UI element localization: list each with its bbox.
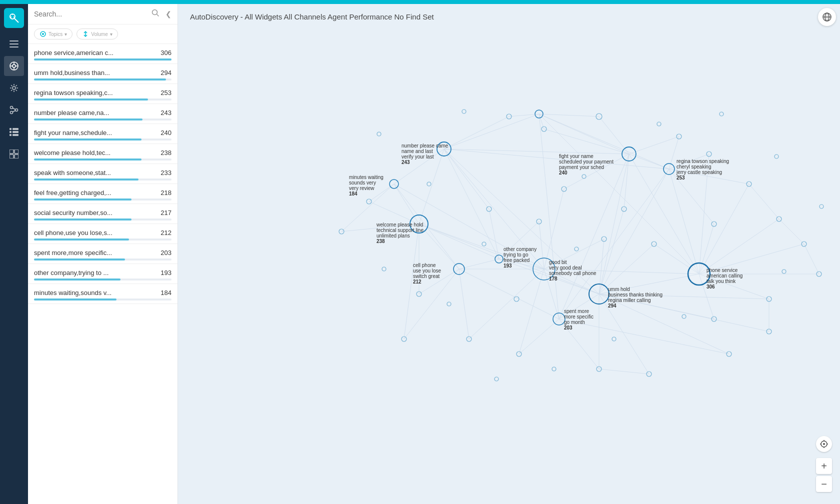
topic-name: feel free,getting charged,... bbox=[34, 189, 112, 196]
sidebar-item-dashboard[interactable] bbox=[4, 144, 24, 164]
topic-bar-bg bbox=[34, 298, 172, 300]
sidebar-item-settings[interactable] bbox=[4, 78, 24, 98]
topic-list-item[interactable]: social security number,so... 217 bbox=[28, 204, 178, 224]
svg-point-13 bbox=[10, 106, 13, 109]
topic-bar-bg bbox=[34, 238, 172, 240]
topic-bar-bg bbox=[34, 178, 172, 180]
zoom-out-button[interactable]: − bbox=[816, 476, 832, 492]
search-bar: ❮ bbox=[28, 4, 178, 24]
topic-name: minutes waiting,sounds v... bbox=[34, 289, 112, 296]
topic-name: other company,trying to ... bbox=[34, 269, 108, 276]
svg-text:unlimited plans: unlimited plans bbox=[376, 233, 410, 238]
right-toolbar bbox=[818, 8, 836, 26]
svg-text:go month: go month bbox=[564, 320, 585, 325]
volume-filter[interactable]: Volume ▾ bbox=[76, 28, 118, 40]
sidebar-item-autodiscovery[interactable] bbox=[4, 56, 24, 76]
page-title: AutoDiscovery - All Widgets All Channels… bbox=[178, 4, 840, 29]
topic-bar bbox=[34, 158, 142, 160]
svg-point-31 bbox=[42, 33, 44, 35]
topic-bar-bg bbox=[34, 58, 172, 60]
sidebar-item-list[interactable] bbox=[4, 122, 24, 142]
svg-text:240: 240 bbox=[559, 170, 568, 176]
topic-bar-bg bbox=[34, 118, 172, 120]
topic-bar bbox=[34, 58, 172, 60]
topics-filter[interactable]: Topics ▾ bbox=[34, 28, 72, 40]
topic-list-item[interactable]: fight your name,schedule... 240 bbox=[28, 124, 178, 144]
topic-name: social security number,so... bbox=[34, 209, 112, 216]
topic-bar bbox=[34, 138, 142, 140]
svg-line-1 bbox=[14, 18, 18, 22]
svg-text:spent more: spent more bbox=[564, 308, 589, 314]
search-input[interactable] bbox=[34, 10, 148, 18]
svg-text:technical support line: technical support line bbox=[376, 228, 424, 233]
topic-count: 217 bbox=[160, 209, 172, 216]
svg-point-174 bbox=[690, 265, 708, 283]
svg-text:minutes waiting: minutes waiting bbox=[349, 174, 384, 180]
main-content: AutoDiscovery - All Widgets All Channels… bbox=[178, 4, 840, 504]
svg-text:fight your name: fight your name bbox=[559, 154, 594, 159]
svg-text:sounds very: sounds very bbox=[349, 180, 376, 186]
svg-rect-22 bbox=[10, 134, 12, 136]
search-icon[interactable] bbox=[152, 9, 160, 19]
app-logo[interactable] bbox=[4, 8, 24, 28]
svg-text:talk you think: talk you think bbox=[706, 278, 736, 284]
svg-text:294: 294 bbox=[608, 303, 616, 308]
filter-row: Topics ▾ Volume ▾ bbox=[28, 24, 178, 44]
volume-chevron-icon: ▾ bbox=[110, 32, 112, 37]
collapse-sidebar-button[interactable]: ❮ bbox=[166, 10, 172, 18]
svg-text:306: 306 bbox=[706, 284, 715, 290]
topic-list-item[interactable]: speak with someone,stat... 233 bbox=[28, 164, 178, 184]
topic-list-item[interactable]: minutes waiting,sounds v... 184 bbox=[28, 284, 178, 304]
topic-bar bbox=[34, 98, 148, 100]
svg-rect-24 bbox=[10, 150, 14, 154]
topic-list-item[interactable]: umm hold,business than... 294 bbox=[28, 64, 178, 84]
topic-count: 184 bbox=[160, 289, 172, 296]
svg-text:verify your last: verify your last bbox=[402, 154, 434, 160]
zoom-in-button[interactable]: + bbox=[816, 458, 832, 474]
svg-point-7 bbox=[12, 64, 16, 68]
topic-name: regina towson speaking,c... bbox=[34, 89, 113, 96]
topic-count: 218 bbox=[160, 189, 172, 196]
topic-name: spent more,more specific... bbox=[34, 249, 112, 256]
topic-bar bbox=[34, 278, 120, 280]
topic-list-item[interactable]: regina towson speaking,c... 253 bbox=[28, 84, 178, 104]
topic-list-item[interactable]: phone service,american c... 306 bbox=[28, 44, 178, 64]
svg-text:use you lose: use you lose bbox=[413, 268, 442, 274]
svg-text:238: 238 bbox=[376, 238, 385, 244]
topic-name: speak with someone,stat... bbox=[34, 169, 111, 176]
locate-button[interactable] bbox=[816, 436, 832, 452]
topic-bar-bg bbox=[34, 138, 172, 140]
menu-icon[interactable] bbox=[4, 34, 24, 54]
topic-bar bbox=[34, 258, 125, 260]
globe-button[interactable] bbox=[818, 8, 836, 26]
svg-text:somebody call phone: somebody call phone bbox=[549, 270, 596, 276]
svg-text:243: 243 bbox=[402, 160, 410, 165]
svg-rect-25 bbox=[14, 150, 18, 154]
svg-text:regina towson speaking: regina towson speaking bbox=[676, 158, 729, 164]
svg-text:free packed: free packed bbox=[504, 258, 530, 263]
topic-name: phone service,american c... bbox=[34, 49, 114, 56]
svg-text:number please came: number please came bbox=[402, 143, 448, 148]
topic-bar-bg bbox=[34, 78, 172, 80]
svg-rect-26 bbox=[10, 154, 14, 158]
svg-point-235 bbox=[823, 443, 825, 445]
network-graph[interactable]: phone service american calling talk you … bbox=[178, 29, 840, 504]
topic-list-item[interactable]: welcome please hold,tec... 238 bbox=[28, 144, 178, 164]
topic-count: 193 bbox=[160, 269, 172, 276]
topic-count: 306 bbox=[160, 49, 172, 56]
svg-text:other company: other company bbox=[504, 246, 536, 252]
topic-list-item[interactable]: cell phone,use you lose,s... 212 bbox=[28, 224, 178, 244]
topic-list-item[interactable]: spent more,more specific... 203 bbox=[28, 244, 178, 264]
topic-bar-bg bbox=[34, 98, 172, 100]
topic-list: phone service,american c... 306 umm hold… bbox=[28, 44, 178, 504]
topics-chevron-icon: ▾ bbox=[64, 32, 67, 37]
topic-list-item[interactable]: number please came,na... 243 bbox=[28, 104, 178, 124]
sidebar-item-flow[interactable] bbox=[4, 100, 24, 120]
svg-text:193: 193 bbox=[504, 263, 512, 268]
svg-text:american calling: american calling bbox=[706, 273, 742, 278]
topic-list-item[interactable]: feel free,getting charged,... 218 bbox=[28, 184, 178, 204]
topic-count: 233 bbox=[160, 169, 172, 176]
topic-list-item[interactable]: other company,trying to ... 193 bbox=[28, 264, 178, 284]
svg-text:jerry castle speaking: jerry castle speaking bbox=[676, 170, 722, 175]
svg-text:welcome please hold: welcome please hold bbox=[376, 222, 423, 228]
